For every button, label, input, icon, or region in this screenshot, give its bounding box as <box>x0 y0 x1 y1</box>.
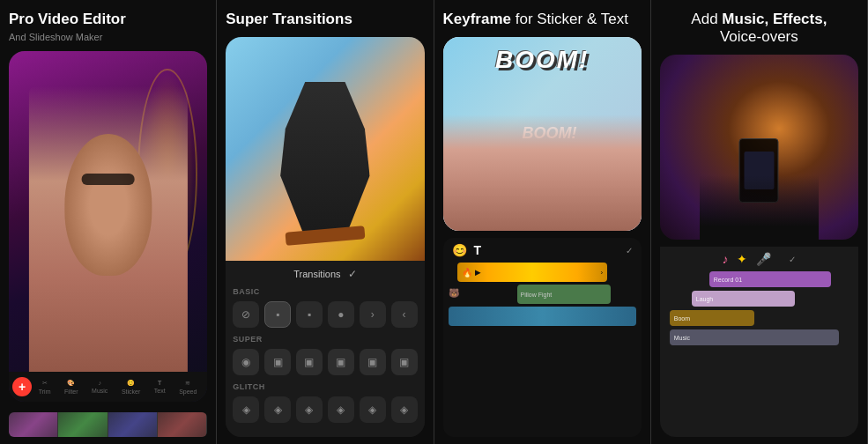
trans-backward[interactable]: ‹ <box>391 301 418 328</box>
panel-keyframe: Keyframe for Sticker & Text BOOM! BOOM! … <box>434 0 651 444</box>
track-boom: Boom <box>670 310 754 326</box>
glitch-label: GLITCH <box>233 382 417 391</box>
trans-forward[interactable]: › <box>360 301 386 328</box>
music-toolbar: ♪ ✦ 🎤 ✓ <box>665 252 853 266</box>
track-end-arrow: › <box>600 269 603 277</box>
super-label: SUPER <box>233 335 417 344</box>
panel-video-editor: Pro Video Editor And Slideshow Maker + ✂… <box>0 0 217 444</box>
filmstrip-segment-1 <box>9 412 58 437</box>
super-trans-4[interactable]: ▣ <box>328 349 354 375</box>
music-track-list: Record 01 Laugh Boom Music <box>665 271 853 345</box>
super-trans-5[interactable]: ▣ <box>360 349 386 375</box>
phone-frame-1: + ✂Trim 🎨Filter ♪Music 😊Sticker <box>9 51 207 402</box>
glitch-trans-4[interactable]: ◈ <box>328 396 354 423</box>
kids-image <box>443 115 642 231</box>
skateboard <box>285 226 365 247</box>
toolbar-bottom: + ✂Trim 🎨Filter ♪Music 😊Sticker <box>9 372 207 402</box>
music-label: Music <box>674 335 690 341</box>
music-check-icon: ✓ <box>789 255 796 264</box>
text-tool-icon[interactable]: T <box>474 243 482 257</box>
trans-none[interactable]: ⊘ <box>233 301 259 328</box>
panel-music: Add Music, Effects, Voice-overs ♪ ✦ 🎤 ✓ … <box>651 0 868 444</box>
skater-image <box>226 37 424 261</box>
filmstrip-segment-4 <box>158 412 207 437</box>
check-icon: ✓ <box>348 268 357 280</box>
panel3-title: Keyframe for Sticker & Text <box>443 11 642 28</box>
music-note-icon[interactable]: ♪ <box>722 252 728 266</box>
transitions-header: Transitions ✓ <box>233 268 417 280</box>
super-trans-6[interactable]: ▣ <box>391 349 418 375</box>
glitch-trans-1[interactable]: ◈ <box>233 396 259 423</box>
hands-silhouette <box>700 175 819 240</box>
panel2-title: Super Transitions <box>226 11 424 28</box>
boom-text-1: BOOM! <box>495 46 589 74</box>
concert-image <box>660 55 858 240</box>
super-trans-2[interactable]: ▣ <box>264 349 291 375</box>
panel4-title: Add Music, Effects, Voice-overs <box>660 11 858 46</box>
boom-background: BOOM! BOOM! <box>443 37 642 231</box>
trans-circle[interactable]: ● <box>328 301 354 328</box>
emoji-tool-icon[interactable]: 😊 <box>452 243 467 257</box>
panel-transitions: Super Transitions Transitions ✓ BASIC ⊘ … <box>217 0 434 444</box>
effects-star-icon[interactable]: ✦ <box>737 252 747 266</box>
girl-glasses <box>82 174 134 185</box>
boom-label: Boom <box>674 315 690 322</box>
track-flame-emoji: 🔥 <box>462 268 472 278</box>
glitch-trans-6[interactable]: ◈ <box>391 396 418 423</box>
tool-sticker[interactable]: 😊Sticker <box>122 380 140 395</box>
track-record01: Record 01 <box>709 271 832 287</box>
panel1-subtitle: And Slideshow Maker <box>9 32 207 42</box>
track-music: Music <box>670 329 839 345</box>
panel1-title-line1: Pro Video Editor <box>9 11 207 28</box>
laugh-label: Laugh <box>696 296 713 302</box>
super-trans-1[interactable]: ◉ <box>233 349 259 375</box>
add-button[interactable]: + <box>12 377 32 396</box>
track-row-2: 🐻 Pillow Fight <box>449 285 636 304</box>
basic-transitions-row: ⊘ ▪ ▪ ● › ‹ <box>233 301 417 328</box>
phone-frame-4 <box>660 55 858 240</box>
transitions-label: Transitions <box>293 269 340 279</box>
tool-scissors[interactable]: ✂Trim <box>39 380 51 395</box>
glitch-trans-3[interactable]: ◈ <box>296 396 323 423</box>
glitch-trans-2[interactable]: ◈ <box>264 396 291 423</box>
filmstrip <box>9 412 207 437</box>
filmstrip-segment-3 <box>108 412 158 437</box>
tool-text[interactable]: TText <box>154 380 166 395</box>
basic-label: BASIC <box>233 287 417 296</box>
girl-face <box>64 134 152 276</box>
timeline-check: ✓ <box>626 246 633 255</box>
track-green: Pillow Fight <box>517 285 612 304</box>
microphone-icon[interactable]: 🎤 <box>756 252 771 266</box>
record01-label: Record 01 <box>714 277 742 283</box>
keyframe-timeline: 😊 T ✓ 🔥 ▶ › 🐻 Pillow Fight <box>443 238 642 437</box>
girl-figure <box>29 86 188 402</box>
panel1-title: Pro Video Editor And Slideshow Maker <box>9 11 207 51</box>
track-laugh: Laugh <box>692 291 795 307</box>
transitions-panel: Transitions ✓ BASIC ⊘ ▪ ▪ ● › ‹ SUPER ◉ … <box>226 261 424 437</box>
glitch-transitions-row: ◈ ◈ ◈ ◈ ◈ ◈ <box>233 396 417 423</box>
track-filmstrip <box>449 307 636 326</box>
tool-music[interactable]: ♪Music <box>92 380 108 395</box>
glitch-trans-5[interactable]: ◈ <box>360 396 386 423</box>
timeline-tracks: 🔥 ▶ › 🐻 Pillow Fight <box>449 263 636 326</box>
track-emoji-bear: 🐻 <box>449 288 459 304</box>
tool-speed[interactable]: ≋Speed <box>179 380 197 395</box>
super-transitions-row: ◉ ▣ ▣ ▣ ▣ ▣ <box>233 349 417 375</box>
tool-filter[interactable]: 🎨Filter <box>64 380 78 395</box>
timeline-toolbar: 😊 T ✓ <box>449 243 636 257</box>
music-tracks-panel: ♪ ✦ 🎤 ✓ Record 01 Laugh Boom Music <box>660 247 858 437</box>
phone-screen-1: + ✂Trim 🎨Filter ♪Music 😊Sticker <box>9 51 207 402</box>
phone-frame-2: Transitions ✓ BASIC ⊘ ▪ ▪ ● › ‹ SUPER ◉ … <box>226 37 424 437</box>
filmstrip-segment-2 <box>58 412 108 437</box>
track-yellow: 🔥 ▶ › <box>457 263 608 282</box>
track-green-label: Pillow Fight <box>521 292 553 298</box>
skater-figure <box>276 82 375 239</box>
trans-slide[interactable]: ▪ <box>296 301 323 328</box>
super-trans-3[interactable]: ▣ <box>296 349 323 375</box>
phone-frame-3: BOOM! BOOM! <box>443 37 642 231</box>
trans-fade[interactable]: ▪ <box>264 301 291 328</box>
